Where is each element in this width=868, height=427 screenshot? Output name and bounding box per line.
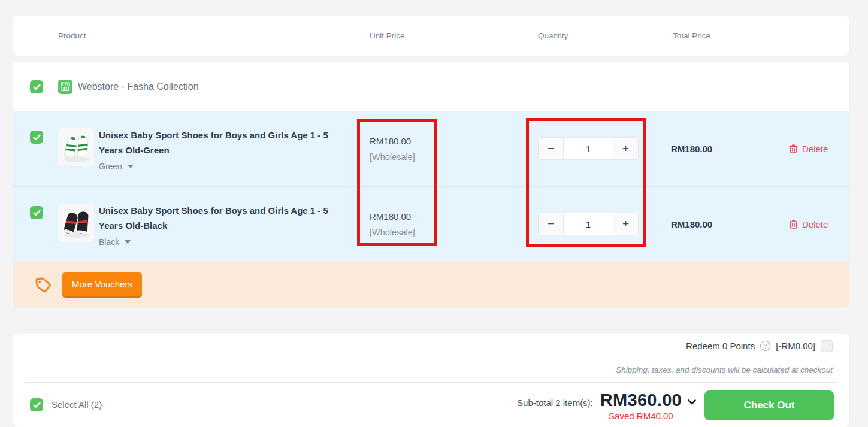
column-header-unit-price: Unit Price [370,16,405,56]
more-vouchers-button[interactable]: More Vouchers [62,272,142,296]
select-all-checkbox[interactable] [30,398,43,411]
subtotal-amount-group: RM360.00 Saved RM40.00 [600,390,682,422]
variant-label: Black [99,237,119,247]
column-header-total-price: Total Price [673,16,710,56]
store-row: Webstore - Fasha Collection [13,62,849,111]
unit-price-cell: RM180.00 [Wholesale] [370,111,415,186]
variant-label: Green [99,162,122,171]
product-title[interactable]: Unisex Baby Sport Shoes for Boys and Gir… [99,128,350,158]
check-out-button[interactable]: Check Out [704,390,834,420]
unit-price: RM180.00 [370,134,415,149]
chevron-down-icon[interactable] [687,397,697,408]
checkout-row: Select All (2) Sub-total 2 item(s): RM36… [13,382,849,427]
wholesale-tag: [Wholesale] [370,225,415,240]
check-icon [33,210,41,216]
quantity-increase-button[interactable]: + [613,138,638,159]
store-name: Webstore - Fasha Collection [78,62,199,111]
variant-selector[interactable]: Black [99,237,131,247]
redeem-points-label: Redeem 0 Points [686,341,755,351]
quantity-value[interactable]: 1 [564,213,613,235]
trash-icon [789,219,798,229]
storefront-icon [58,80,72,94]
cart-item-row-black: Unisex Baby Sport Shoes for Boys and Gir… [13,186,849,262]
total-price: RM180.00 [671,111,712,186]
store-select-checkbox[interactable] [30,80,43,93]
column-header-quantity: Quantity [538,16,568,56]
delete-item-button[interactable]: Delete [789,111,828,186]
trash-icon [789,144,798,154]
product-image-black-shoes[interactable] [58,204,94,242]
unit-price: RM180.00 [370,209,415,225]
redeem-amount: [-RM0.00] [776,341,815,351]
check-icon [33,84,41,90]
voucher-bar: More Vouchers [13,261,849,307]
tag-icon [33,275,53,297]
subtotal-value: RM360.00 [600,390,682,410]
delete-label: Delete [802,144,828,154]
select-all-label: Select All (2) [52,399,102,410]
delete-item-button[interactable]: Delete [789,187,828,262]
saved-amount: Saved RM40.00 [609,410,673,422]
subtotal-label: Sub-total 2 item(s): [517,398,593,408]
unit-price-cell: RM180.00 [Wholesale] [370,187,415,262]
redeem-points-row: Redeem 0 Points ? [-RM0.00] [13,334,849,358]
subtotal-block: Sub-total 2 item(s): RM360.00 Saved RM40… [517,390,697,422]
checkout-summary-card: Redeem 0 Points ? [-RM0.00] Shipping, ta… [13,334,849,427]
variant-selector[interactable]: Green [99,162,134,171]
total-price: RM180.00 [671,187,712,262]
quantity-decrease-button[interactable]: − [539,138,564,159]
quantity-value[interactable]: 1 [564,138,613,159]
check-icon [33,402,41,408]
delete-label: Delete [802,219,828,229]
shipping-note: Shipping, taxes, and discounts will be c… [616,365,833,374]
product-image-green-shoes[interactable] [58,128,94,166]
question-circle-icon[interactable]: ? [760,341,770,351]
column-header-product: Product [58,16,86,56]
chevron-down-icon [125,240,131,244]
item-select-checkbox[interactable] [30,131,43,144]
shipping-note-row: Shipping, taxes, and discounts will be c… [13,358,849,382]
quantity-increase-button[interactable]: + [613,213,638,235]
cart-table-header: Product Unit Price Quantity Total Price [13,16,849,56]
item-select-checkbox[interactable] [30,206,43,219]
wholesale-tag: [Wholesale] [370,149,415,165]
product-info: Unisex Baby Sport Shoes for Boys and Gir… [99,203,350,247]
redeem-points-checkbox[interactable] [821,340,833,352]
cart-item-row-green: Unisex Baby Sport Shoes for Boys and Gir… [13,111,849,186]
quantity-stepper: − 1 + [538,137,639,160]
check-icon [33,134,41,141]
chevron-down-icon [128,165,134,168]
product-title[interactable]: Unisex Baby Sport Shoes for Boys and Gir… [99,203,350,233]
quantity-stepper: − 1 + [538,213,639,235]
product-info: Unisex Baby Sport Shoes for Boys and Gir… [99,128,350,172]
cart-items-card: Webstore - Fasha Collection [13,62,849,307]
quantity-decrease-button[interactable]: − [539,213,564,235]
